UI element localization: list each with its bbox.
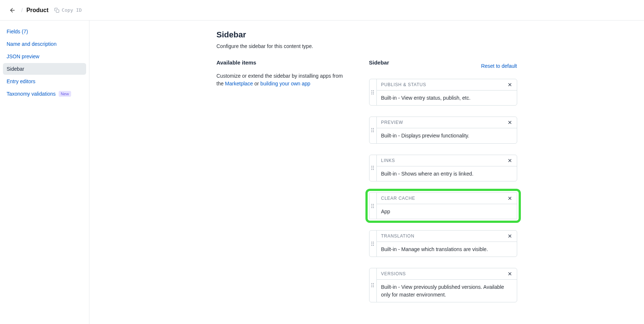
svg-point-43	[373, 283, 374, 284]
marketplace-link[interactable]: Marketplace	[225, 81, 253, 86]
sidebar-widget: PREVIEWBuilt-in - Displays preview funct…	[369, 117, 517, 143]
nav-item[interactable]: Taxonomy validationsNew	[3, 88, 86, 100]
drag-handle[interactable]	[369, 155, 377, 181]
svg-point-4	[371, 92, 372, 93]
nav-item[interactable]: Fields (7)	[3, 26, 86, 37]
close-icon	[507, 196, 512, 201]
svg-point-44	[371, 285, 372, 286]
build-app-link[interactable]: building your own app	[260, 81, 310, 86]
arrow-left-icon	[9, 7, 16, 14]
sidebar-config-column: Sidebar Reset to default PUBLISH & STATU…	[369, 59, 517, 313]
svg-point-29	[373, 205, 374, 206]
drag-handle[interactable]	[369, 193, 377, 219]
remove-widget-button[interactable]	[507, 158, 512, 163]
svg-point-42	[371, 283, 372, 284]
svg-point-46	[371, 287, 372, 287]
drag-handle[interactable]	[369, 268, 377, 302]
widget-title: TRANSLATION	[381, 233, 415, 239]
svg-point-23	[373, 169, 374, 170]
svg-point-47	[373, 287, 374, 287]
svg-point-14	[371, 131, 372, 132]
breadcrumb-separator: /	[21, 7, 23, 13]
nav-item-label: Taxonomy validations	[7, 91, 56, 97]
svg-point-5	[373, 92, 374, 93]
nav-item[interactable]: Entry editors	[3, 76, 86, 87]
nav-item-label: Fields (7)	[7, 29, 28, 34]
widget-description: Built-in - Displays preview functionalit…	[377, 128, 517, 143]
svg-point-20	[371, 167, 372, 168]
new-badge: New	[59, 91, 71, 97]
drag-icon	[371, 283, 375, 288]
svg-point-28	[371, 205, 372, 206]
svg-point-27	[373, 204, 374, 205]
svg-point-18	[371, 166, 372, 167]
close-icon	[507, 82, 512, 87]
remove-widget-button[interactable]	[507, 233, 512, 239]
nav-item-label: Name and description	[7, 41, 56, 47]
widget-title: LINKS	[381, 158, 395, 163]
svg-point-31	[373, 207, 374, 208]
widget-title: VERSIONS	[381, 271, 406, 276]
copy-id-button[interactable]: Copy ID	[54, 7, 82, 13]
svg-point-35	[373, 242, 374, 242]
drag-icon	[371, 90, 375, 95]
remove-widget-button[interactable]	[507, 120, 512, 125]
svg-point-19	[373, 166, 374, 167]
svg-point-36	[371, 243, 372, 244]
svg-point-22	[371, 169, 372, 170]
nav-item-label: Entry editors	[7, 78, 36, 84]
remove-widget-button[interactable]	[507, 82, 512, 87]
nav-item-label: JSON preview	[7, 54, 39, 59]
copy-id-label: Copy ID	[62, 7, 82, 13]
nav-item[interactable]: Sidebar	[3, 63, 86, 75]
svg-point-45	[373, 285, 374, 286]
svg-point-6	[371, 93, 372, 94]
drag-icon	[371, 241, 375, 246]
close-icon	[507, 158, 512, 163]
drag-handle[interactable]	[369, 231, 377, 257]
drag-handle[interactable]	[369, 117, 377, 143]
reset-to-default-link[interactable]: Reset to default	[481, 63, 517, 69]
drag-handle[interactable]	[369, 79, 377, 105]
widget-title: CLEAR CACHE	[381, 196, 415, 201]
sidebar-widget: LINKSBuilt-in - Shows where an entry is …	[369, 155, 517, 181]
svg-point-13	[373, 130, 374, 130]
nav-item[interactable]: JSON preview	[3, 51, 86, 62]
available-items-column: Available items Customize or extend the …	[217, 59, 349, 313]
drag-icon	[371, 128, 375, 133]
widget-title: PUBLISH & STATUS	[381, 82, 426, 87]
remove-widget-button[interactable]	[507, 271, 512, 276]
sidebar-widget: PUBLISH & STATUSBuilt-in - View entry st…	[369, 79, 517, 106]
svg-point-39	[373, 245, 374, 246]
available-items-text: Customize or extend the sidebar by insta…	[217, 72, 349, 88]
svg-point-26	[371, 204, 372, 205]
widget-description: Built-in - Shows where an entry is linke…	[377, 166, 517, 181]
nav-item[interactable]: Name and description	[3, 38, 86, 50]
sidebar-widget: TRANSLATIONBuilt-in - Manage which trans…	[369, 230, 517, 257]
main-content: Sidebar Configure the sidebar for this c…	[89, 21, 644, 324]
svg-point-38	[371, 245, 372, 246]
topbar: / Product Copy ID	[0, 0, 644, 21]
copy-icon	[54, 8, 59, 13]
close-icon	[507, 233, 512, 239]
back-button[interactable]	[7, 5, 18, 15]
nav-item-label: Sidebar	[7, 66, 24, 72]
widget-description: Built-in - View entry status, publish, e…	[377, 91, 517, 105]
svg-point-30	[371, 207, 372, 208]
close-icon	[507, 120, 512, 125]
sidebar-widget: CLEAR CACHEApp	[369, 192, 517, 219]
sidebar-widget: VERSIONSBuilt-in - View previously publi…	[369, 268, 517, 302]
left-nav: Fields (7)Name and descriptionJSON previ…	[0, 21, 89, 324]
svg-point-2	[371, 90, 372, 91]
available-items-heading: Available items	[217, 59, 349, 66]
svg-point-15	[373, 131, 374, 132]
available-text-or: or	[253, 81, 260, 86]
drag-icon	[371, 203, 375, 209]
close-icon	[507, 271, 512, 276]
svg-point-10	[371, 128, 372, 129]
svg-point-11	[373, 128, 374, 129]
drag-icon	[371, 165, 375, 170]
content-subtitle: Configure the sidebar for this content t…	[217, 43, 517, 49]
remove-widget-button[interactable]	[507, 196, 512, 201]
svg-point-34	[371, 242, 372, 242]
